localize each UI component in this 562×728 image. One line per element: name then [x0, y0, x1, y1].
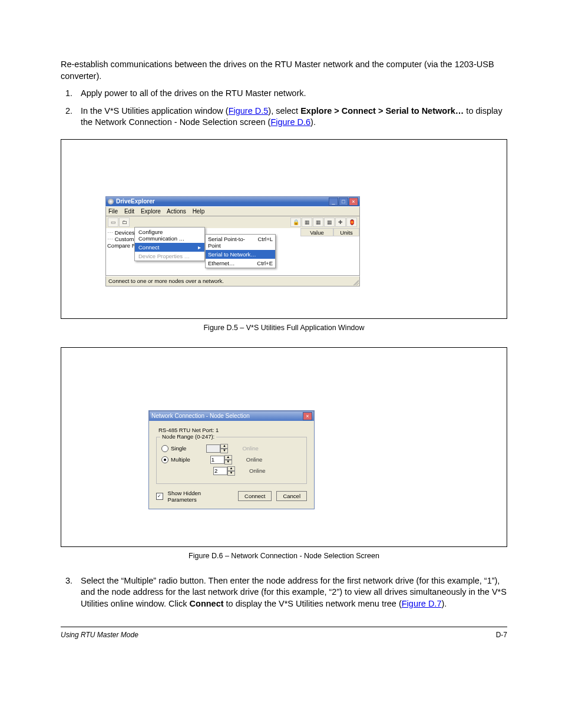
radio-multiple[interactable] — [161, 456, 168, 463]
step-2: In the V*S Utilities application window … — [75, 106, 507, 129]
footer-rule — [61, 627, 507, 627]
minimize-button[interactable]: _ — [329, 197, 338, 206]
step-3-text-c: ). — [441, 599, 447, 608]
window-title: DriveExplorer — [116, 198, 329, 205]
link-figure-d6[interactable]: Figure D.6 — [270, 117, 310, 127]
submenu-ethernet[interactable]: Ethernet… Ctrl+E — [206, 259, 275, 268]
menu-explore[interactable]: Explore — [141, 208, 161, 215]
tool-icon-5[interactable]: ✚ — [335, 218, 346, 227]
close-button[interactable]: × — [349, 197, 358, 206]
resize-grip-icon[interactable] — [352, 278, 359, 285]
node-selection-dialog: Network Connection - Node Selection × RS… — [148, 410, 315, 509]
submenu-ethernet-label: Ethernet… — [208, 260, 234, 266]
radio-single[interactable] — [161, 445, 168, 452]
status-text: Connect to one or more nodes over a netw… — [108, 278, 224, 284]
radio-single-label: Single — [171, 445, 186, 452]
open-icon[interactable]: 🗀 — [119, 218, 130, 227]
list-header: Value Units — [300, 228, 359, 236]
figure-d5-frame: DriveExplorer _ □ × File Edit Explore Ac… — [61, 139, 507, 319]
dialog-close-button[interactable]: × — [303, 412, 312, 420]
menu-item-configure-comm[interactable]: Configure Communication … — [135, 228, 204, 243]
single-spinner: ▲▼ — [206, 444, 228, 453]
tool-icon-2[interactable]: ▦ — [302, 218, 312, 227]
spin-down-icon[interactable]: ▼ — [224, 460, 232, 465]
port-line: RS-485 RTU Net Port: 1 — [158, 427, 307, 433]
to-spinner[interactable]: ▲▼ — [213, 466, 235, 476]
figure-d6-frame: Network Connection - Node Selection × RS… — [61, 347, 507, 547]
cancel-button[interactable]: Cancel — [276, 491, 307, 501]
footer-right: D-7 — [496, 631, 507, 639]
step-3: Select the “Multiple” radio button. Then… — [75, 575, 507, 610]
show-hidden-checkbox[interactable]: ✓ — [156, 493, 163, 500]
fieldset-legend: Node Range (0-247): — [160, 433, 216, 440]
tool-icon-3[interactable]: ▦ — [313, 218, 323, 227]
menu-file[interactable]: File — [108, 208, 118, 215]
submenu-arrow-icon: ▸ — [198, 244, 201, 251]
col-units[interactable]: Units — [333, 228, 359, 236]
step-1: Apply power to all of the drives on the … — [75, 88, 507, 100]
step-2-text-a: In the V*S Utilities application window … — [81, 106, 229, 116]
submenu-serial-ptp-label: Serial Point-to-Point — [208, 236, 257, 249]
submenu-serial-to-network[interactable]: Serial to Network… — [206, 250, 275, 259]
menu-help[interactable]: Help — [193, 208, 205, 215]
client-area: Devices Custom Compare Results Configure… — [105, 228, 360, 276]
figure-d5-caption: Figure D.5 – V*S Utilities Full Applicat… — [61, 324, 507, 332]
spin-up-icon[interactable]: ▲ — [224, 455, 232, 460]
connect-submenu[interactable]: Serial Point-to-Point Ctrl+L Serial to N… — [205, 234, 276, 268]
submenu-serial-ptp-accel: Ctrl+L — [257, 236, 273, 249]
single-online-label: Online — [242, 445, 258, 452]
menu-item-connect[interactable]: Connect▸ — [135, 243, 204, 252]
from-input[interactable] — [210, 456, 224, 464]
spin-up-icon: ▲ — [220, 444, 228, 449]
menu-item-connect-label: Connect — [138, 244, 159, 251]
dialog-titlebar[interactable]: Network Connection - Node Selection × — [149, 411, 314, 421]
toolbar: ▭ 🗀 🔒 ▦ ▦ ▦ ✚ 🏮 — [105, 216, 360, 228]
driveexplorer-window: DriveExplorer _ □ × File Edit Explore Ac… — [105, 196, 360, 286]
node-range-fieldset: Node Range (0-247): Single ▲▼ Online Mul… — [156, 437, 307, 484]
to-online-label: Online — [249, 467, 265, 474]
step-3-bold: Connect — [190, 599, 224, 608]
step-3-text-b: to display the V*S Utilities network men… — [224, 599, 402, 608]
menu-bar[interactable]: File Edit Explore Actions Help — [105, 206, 360, 216]
new-icon[interactable]: ▭ — [108, 218, 118, 227]
intro-paragraph: Re-establish communications between the … — [61, 59, 507, 82]
spin-down-icon[interactable]: ▼ — [227, 471, 235, 476]
single-input — [206, 444, 220, 453]
link-figure-d5[interactable]: Figure D.5 — [229, 106, 269, 116]
step-2-text-d: ). — [310, 117, 316, 127]
submenu-serial-to-network-label: Serial to Network… — [208, 251, 256, 258]
tool-icon-4[interactable]: ▦ — [324, 218, 335, 227]
submenu-serial-ptp[interactable]: Serial Point-to-Point Ctrl+L — [206, 235, 275, 250]
window-titlebar[interactable]: DriveExplorer _ □ × — [105, 196, 360, 206]
connect-button[interactable]: Connect — [238, 491, 272, 501]
link-figure-d7[interactable]: Figure D.7 — [402, 599, 442, 608]
submenu-ethernet-accel: Ctrl+E — [257, 260, 273, 266]
tool-icon-1[interactable]: 🔒 — [290, 218, 301, 227]
menu-edit[interactable]: Edit — [124, 208, 134, 215]
step-2-text-b: ), select — [268, 106, 300, 116]
figure-d6-caption: Figure D.6 – Network Connection - Node S… — [61, 552, 507, 560]
from-online-label: Online — [246, 456, 262, 463]
status-bar: Connect to one or more nodes over a netw… — [105, 276, 360, 286]
spin-up-icon[interactable]: ▲ — [227, 466, 235, 471]
spin-down-icon: ▼ — [220, 449, 228, 453]
maximize-button[interactable]: □ — [339, 197, 348, 206]
to-input[interactable] — [213, 467, 227, 475]
app-icon — [108, 199, 114, 205]
footer-left: Using RTU Master Mode — [61, 631, 138, 639]
menu-actions[interactable]: Actions — [167, 208, 186, 215]
menu-item-device-properties[interactable]: Device Properties … — [135, 252, 204, 261]
from-spinner[interactable]: ▲▼ — [210, 455, 232, 465]
dialog-title: Network Connection - Node Selection — [151, 413, 303, 419]
tool-icon-6[interactable]: 🏮 — [346, 218, 357, 227]
step-2-bold: Explore > Connect > Serial to Network… — [300, 106, 464, 116]
col-value[interactable]: Value — [300, 228, 333, 236]
explore-dropdown[interactable]: Configure Communication … Connect▸ Devic… — [134, 227, 205, 261]
show-hidden-label: Show Hidden Parameters — [168, 490, 229, 503]
radio-multiple-label: Multiple — [171, 456, 190, 463]
